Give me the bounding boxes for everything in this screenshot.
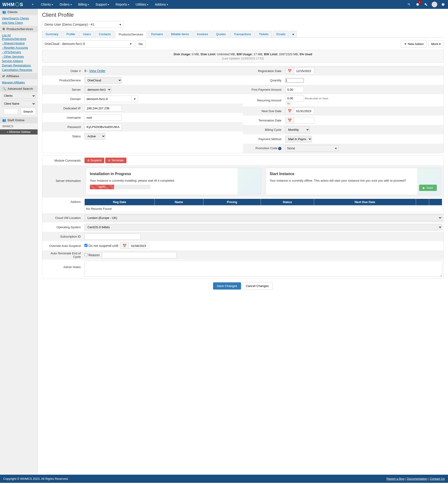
sidebar: 👥 Clients View/Search ClientsAdd New Cli… [0,9,38,475]
tab-tickets[interactable]: Tickets [256,31,272,38]
terminate-button[interactable]: ⊘ Terminate [105,158,127,163]
first-payment-input[interactable] [285,86,304,93]
nav-plus[interactable]: ＋ [28,0,38,9]
page-title: Client Profile [42,12,444,18]
nav-addons[interactable]: Addons ▾ [152,0,171,9]
sidebar-link[interactable]: - Other Services [2,55,24,58]
sidebar-link[interactable]: List All Products/Services [2,34,26,40]
sidebar-affiliates-header: ⇄ Affiliates [0,73,38,79]
username-input[interactable] [84,115,122,121]
topbar: WHMS ＋ Clients ▾Orders ▾Billing ▾Support… [0,0,448,9]
footer-contact[interactable]: Contact Us [430,477,445,481]
location-select[interactable]: London (Europe - UK) [84,214,442,221]
calendar-icon: 📅 [285,108,294,114]
nav-clients[interactable]: Clients ▾ [38,0,56,9]
calendar-icon: 📅 [120,243,129,249]
ip-input[interactable] [84,105,122,111]
product-select[interactable]: OneCloud [84,77,122,84]
admin-notes[interactable] [84,261,442,277]
more-button[interactable]: More ▾ [428,40,444,47]
tab-billable-items[interactable]: Billable Items [168,31,192,38]
tab-quotes[interactable]: Quotes [213,31,229,38]
tab-domains[interactable]: Domains [148,31,167,38]
auto-suspend-date[interactable]: 📅 [120,242,149,249]
sidebar-link[interactable]: Service Addons [2,59,23,63]
client-selector[interactable]: Demo User (Demo Company) - #1▾ [42,21,124,28]
tab-products-services[interactable]: Products/Services [115,31,147,38]
sidebar-link[interactable]: - VPS/Servers [2,50,21,54]
cancel-button[interactable]: Cancel Changes [242,282,273,290]
nav-orders[interactable]: Orders ▾ [56,0,75,9]
chevron-down-icon: ▾ [120,23,121,26]
domain-input[interactable] [85,96,131,102]
os-select[interactable]: CentOS 8 64bits [84,224,442,231]
reg-date-input[interactable]: 📅 [285,68,314,74]
sidebar-link[interactable]: - Reseller Accounts [2,46,28,49]
due-date-input[interactable]: 📅 [285,108,314,114]
info-icon: i [278,147,281,150]
promo-select[interactable]: None▾ [285,145,339,152]
advsearch-type[interactable]: Clients [2,93,36,99]
sidebar-link[interactable]: - Shared Hosting [2,41,25,45]
sidebar-link[interactable]: View/Search Clients [2,16,29,20]
footer: Copyright © WHMCS 2023. All Rights Reser… [0,475,448,483]
tab-summary[interactable]: Summary [42,31,62,38]
suspend-button[interactable]: ⊘ Suspend [84,158,104,163]
tab-transactions[interactable]: Transactions [230,31,255,38]
logo[interactable]: WHMS [2,2,23,7]
install-card: Installation in Progress Your Instance i… [86,168,261,195]
service-selector[interactable]: OneCloud - demovm-fsn1-9▾ [42,40,134,47]
tab-users[interactable]: Users [79,31,94,38]
tab-contacts[interactable]: Contacts [95,31,114,38]
minimise-sidebar[interactable]: « Minimise Sidebar [0,129,38,134]
sidebar-link[interactable]: Domain Registrations [2,64,31,67]
quantity-input[interactable] [285,78,304,83]
settings-icon[interactable]: × [415,2,420,7]
auto-terminate-checkbox[interactable] [84,253,88,256]
status-select[interactable]: Active [84,133,105,140]
nav-utilities[interactable]: Utilities ▾ [132,0,152,9]
search-icon[interactable] [407,2,412,7]
save-button[interactable]: Save Changes [213,282,241,289]
tab-emails[interactable]: Emails [273,31,289,38]
domain-dropdown-toggle[interactable]: ▾ [131,96,138,102]
nav-reports[interactable]: Reports ▾ [112,0,132,9]
nav-billing[interactable]: Billing ▾ [75,0,92,9]
tabs: SummaryProfileUsersContactsProducts/Serv… [42,31,444,38]
notif-badge: × [418,0,421,4]
avatar[interactable] [432,2,437,7]
sidebar-link[interactable]: Cancellation Requests [2,68,32,71]
sidebar-link[interactable]: Add New Client [2,21,23,24]
wrench-icon[interactable] [423,2,428,7]
term-date-input[interactable]: 📅 [285,117,314,124]
advsearch-input[interactable] [4,109,18,114]
new-addon-button[interactable]: ＋New Addon [401,40,427,47]
cycle-select[interactable]: Monthly [285,126,310,133]
recalc-toggle[interactable]: No [285,102,292,105]
server-select[interactable]: demovm-fsn1-9-44 [84,86,111,93]
advsearch-field[interactable]: Client Name [2,101,36,107]
tab-invoices[interactable]: Invoices [193,31,212,38]
subscription-input[interactable] [84,233,140,240]
help-icon[interactable] [440,2,446,7]
sidebar-clients-header: 👥 Clients [0,9,38,15]
auto-suspend-checkbox[interactable] [84,244,88,247]
sidebar-advsearch-header: 🔍 Advanced Search [0,86,38,92]
terminate-reason-input[interactable] [102,252,177,258]
footer-bug[interactable]: Report a Bug [386,477,404,481]
view-order-link[interactable]: View Order [89,69,105,73]
advsearch-button[interactable]: Search [21,108,36,115]
payment-select[interactable]: Mail In Payment [285,136,312,142]
nav-support[interactable]: Support ▾ [92,0,112,9]
sidebar-link[interactable]: Manage Affiliates [2,81,25,84]
usage-box: Disk Usage: 0 MB, Disk Limit: Unlimited … [42,50,444,63]
footer-doc[interactable]: Documentation [407,477,427,481]
gear-icon [15,2,19,7]
password-input[interactable] [84,124,122,130]
tab-more[interactable]: ▾ [290,31,296,38]
go-button[interactable]: Go [136,40,146,47]
recurring-input[interactable] [285,95,304,101]
tab-profile[interactable]: Profile [63,31,79,38]
addons-table: Reg DateNamePricingStatusNext Due Date [84,199,442,205]
staff-name: WHMCS [0,123,38,129]
